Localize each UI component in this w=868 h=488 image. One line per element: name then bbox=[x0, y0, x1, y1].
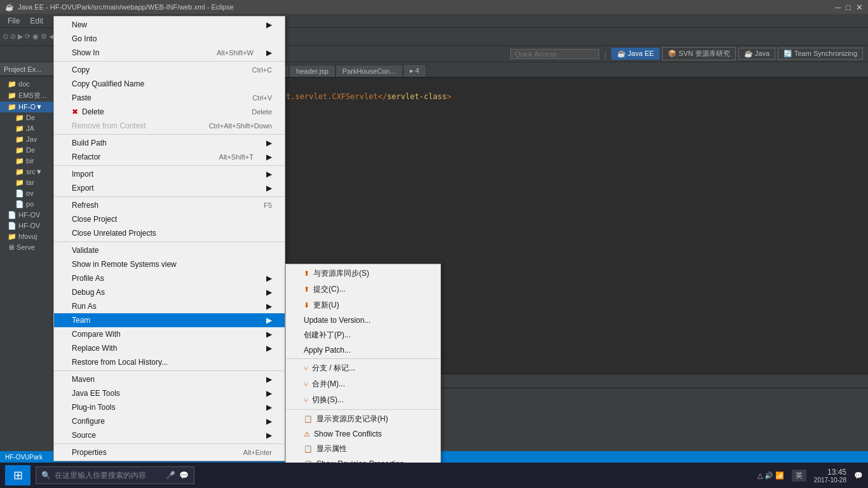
svn-props-icon: 📋 bbox=[304, 445, 313, 453]
taskbar-search[interactable]: 🔍 在这里输入你要搜索的内容 🎤 💬 bbox=[36, 466, 194, 484]
cm-go-into[interactable]: Go Into bbox=[54, 32, 285, 46]
svn-icon: ⬆ bbox=[304, 269, 309, 278]
svn-update-icon: ⬇ bbox=[304, 301, 309, 309]
cm-team-show-props[interactable]: 📋 显示属性 bbox=[286, 441, 440, 457]
cm-team-update-to[interactable]: Update to Version... bbox=[286, 313, 440, 327]
cm-team-show-history[interactable]: 📋 显示资源历史记录(H) bbox=[286, 411, 440, 427]
cm-validate[interactable]: Validate bbox=[54, 243, 285, 257]
cm-team-tree-conflicts[interactable]: ⚠ Show Tree Conflicts bbox=[286, 427, 440, 441]
voice-icon: 🎤 bbox=[166, 471, 175, 480]
svn-switch-icon: ⑂ bbox=[304, 396, 308, 404]
cm-sep4 bbox=[54, 196, 285, 197]
cm-close-project[interactable]: Close Project bbox=[54, 212, 285, 226]
quick-access-input[interactable] bbox=[510, 49, 599, 59]
cm-replace-with[interactable]: Replace With ▶ bbox=[54, 341, 285, 355]
cm-close-unrelated[interactable]: Close Unrelated Projects bbox=[54, 226, 285, 240]
menu-edit[interactable]: Edit bbox=[25, 15, 48, 27]
time: 13:45 bbox=[814, 468, 846, 477]
cm-paste[interactable]: Paste Ctrl+V bbox=[54, 91, 285, 105]
cm-remove-context: Remove from Context Ctrl+Alt+Shift+Down bbox=[54, 119, 285, 133]
tab-header-jsp[interactable]: header.jsp bbox=[289, 65, 336, 77]
cm-import[interactable]: Import ▶ bbox=[54, 167, 285, 181]
cm-team-update[interactable]: ⬇ 更新(U) bbox=[286, 297, 440, 313]
titlebar-controls: ─ □ ✕ bbox=[835, 3, 863, 12]
perspective-svn[interactable]: 📦 SVN 资源库研究 bbox=[662, 47, 736, 60]
cm-sep-r2 bbox=[286, 409, 440, 410]
lang-indicator: 英 bbox=[792, 470, 806, 482]
search-icon: 🔍 bbox=[41, 471, 51, 480]
perspective-sep: | bbox=[604, 50, 606, 58]
titlebar-left: ☕ Java EE - HF-OVUPark/src/main/webapp/W… bbox=[5, 3, 234, 11]
cm-configure[interactable]: Configure ▶ bbox=[54, 414, 285, 428]
cm-build-path[interactable]: Build Path ▶ bbox=[54, 136, 285, 150]
taskbar: ⊞ 🔍 在这里输入你要搜索的内容 🎤 💬 △ 🔊 📶 英 13:45 2017-… bbox=[0, 463, 868, 488]
perspective-team[interactable]: 🔄 Team Synchronizing bbox=[778, 48, 863, 60]
context-menu-left: New ▶ Go Into Show In Alt+Shift+W▶ Copy … bbox=[53, 16, 285, 461]
titlebar: ☕ Java EE - HF-OVUPark/src/main/webapp/W… bbox=[0, 0, 868, 14]
svn-history-icon: 📋 bbox=[304, 415, 313, 423]
cm-sep5 bbox=[54, 241, 285, 242]
cm-team-apply-patch[interactable]: Apply Patch... bbox=[286, 343, 440, 357]
system-icons: △ 🔊 📶 bbox=[757, 471, 784, 480]
menu-file[interactable]: File bbox=[3, 15, 25, 27]
start-button[interactable]: ⊞ bbox=[5, 465, 31, 485]
cm-refresh[interactable]: Refresh F5 bbox=[54, 198, 285, 212]
cm-refactor[interactable]: Refactor Alt+Shift+T▶ bbox=[54, 150, 285, 164]
tab-more[interactable]: ▸ 4 bbox=[403, 64, 426, 77]
taskbar-right: △ 🔊 📶 英 13:45 2017-10-28 💬 bbox=[757, 468, 863, 484]
svn-branch-icon: ⑂ bbox=[304, 365, 308, 372]
delete-icon: ✖ bbox=[72, 107, 78, 116]
cm-delete[interactable]: ✖ Delete Delete bbox=[54, 105, 285, 119]
cm-debug-as[interactable]: Debug As ▶ bbox=[54, 285, 285, 299]
context-menu-team: ⬆ 与资源库同步(S) ⬆ 提交(C)... ⬇ 更新(U) Update to… bbox=[285, 264, 441, 488]
cm-sep7 bbox=[54, 444, 285, 444]
cm-source[interactable]: Source ▶ bbox=[54, 428, 285, 442]
cm-team-merge[interactable]: ⑂ 合并(M)... bbox=[286, 376, 440, 392]
cm-properties[interactable]: Properties Alt+Enter bbox=[54, 445, 285, 459]
taskbar-search-text: 在这里输入你要搜索的内容 bbox=[55, 470, 146, 481]
perspective-javaee[interactable]: ☕ Java EE bbox=[611, 48, 660, 60]
close-button[interactable]: ✕ bbox=[856, 3, 863, 12]
cm-run-as[interactable]: Run As ▶ bbox=[54, 299, 285, 313]
cm-show-in[interactable]: Show In Alt+Shift+W▶ bbox=[54, 46, 285, 60]
cm-plugin-tools[interactable]: Plug-in Tools ▶ bbox=[54, 400, 285, 414]
notification-icon[interactable]: 💬 bbox=[854, 471, 863, 480]
cm-compare-with[interactable]: Compare With ▶ bbox=[54, 327, 285, 341]
svn-commit-icon: ⬆ bbox=[304, 285, 309, 294]
cm-team-sync[interactable]: ⬆ 与资源库同步(S) bbox=[286, 266, 440, 281]
cm-team[interactable]: Team ▶ bbox=[54, 313, 285, 327]
cm-profile-as[interactable]: Profile As ▶ bbox=[54, 271, 285, 285]
statusbar-text: HF-OVUPark bbox=[5, 454, 43, 461]
window-title: Java EE - HF-OVUPark/src/main/webapp/WEB… bbox=[18, 3, 234, 11]
svn-merge-icon: ⑂ bbox=[304, 381, 308, 388]
cm-sep3 bbox=[54, 165, 285, 166]
cm-copy-qualified[interactable]: Copy Qualified Name bbox=[54, 77, 285, 91]
cortana-icon: 💬 bbox=[179, 471, 189, 480]
svn-tree-icon: ⚠ bbox=[304, 430, 310, 438]
cm-sep-r1 bbox=[286, 358, 440, 359]
minimize-button[interactable]: ─ bbox=[835, 3, 841, 12]
maximize-button[interactable]: □ bbox=[846, 3, 851, 12]
cm-sep6 bbox=[54, 370, 285, 371]
cm-export[interactable]: Export ▶ bbox=[54, 181, 285, 195]
cm-show-remote[interactable]: Show in Remote Systems view bbox=[54, 257, 285, 271]
cm-restore-local[interactable]: Restore from Local History... bbox=[54, 355, 285, 369]
tab-parkhouse[interactable]: ParkHouseCon... bbox=[336, 65, 403, 77]
cm-new[interactable]: New ▶ bbox=[54, 18, 285, 32]
cm-new-label: New bbox=[72, 20, 87, 29]
cm-team-create-patch[interactable]: 创建补丁(P)... bbox=[286, 327, 440, 343]
cm-sep1 bbox=[54, 61, 285, 62]
cm-copy[interactable]: Copy Ctrl+C bbox=[54, 63, 285, 77]
cm-maven[interactable]: Maven ▶ bbox=[54, 372, 285, 386]
date: 2017-10-28 bbox=[814, 477, 846, 484]
cm-team-switch[interactable]: ⑂ 切换(S)... bbox=[286, 392, 440, 408]
cm-sep2 bbox=[54, 134, 285, 135]
perspective-java[interactable]: ☕ Java bbox=[738, 48, 775, 60]
cm-team-branch-tag[interactable]: ⑂ 分支 / 标记... bbox=[286, 360, 440, 376]
clock: 13:45 2017-10-28 bbox=[814, 468, 846, 484]
cm-team-commit[interactable]: ⬆ 提交(C)... bbox=[286, 281, 440, 297]
cm-javaee-tools[interactable]: Java EE Tools ▶ bbox=[54, 386, 285, 400]
app-icon: ☕ bbox=[5, 3, 14, 11]
